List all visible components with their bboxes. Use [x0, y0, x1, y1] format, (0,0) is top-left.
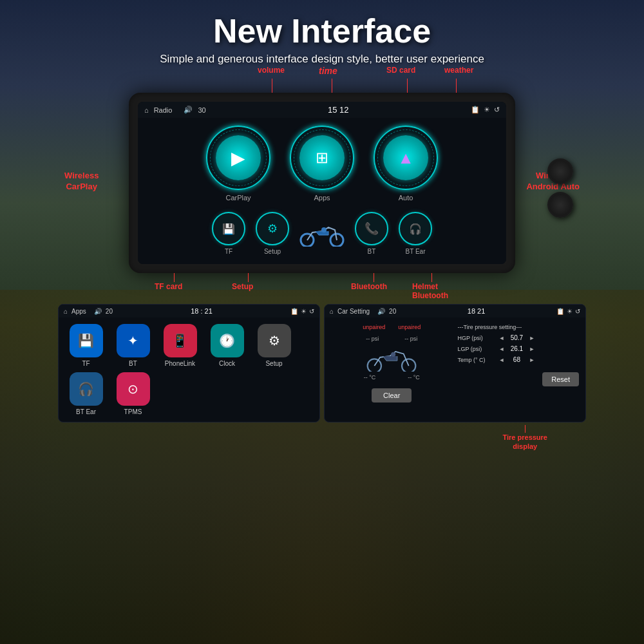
- small-buttons-row: 💾 TF ⚙ Setup: [151, 212, 493, 255]
- tpms-sensor-2: [547, 192, 573, 218]
- tf-icon: 💾: [222, 223, 235, 235]
- apps-panel-topbar: ⌂ Apps 🔊 20 18 : 21 📋 ☀ ↺: [59, 305, 319, 317]
- apps-button-wrap[interactable]: ⊞ Apps: [290, 126, 354, 202]
- bt-button-wrap[interactable]: 📞 BT: [355, 212, 388, 255]
- lgp-label: LGP (psi): [458, 346, 497, 352]
- car-setting-topbar: ⌂ Car Setting 🔊 20 18 21 📋 ☀ ↺: [325, 305, 585, 317]
- tf-label: TF: [225, 248, 232, 255]
- car-back-icon: ↺: [575, 308, 580, 315]
- volume-value: 30: [198, 106, 205, 114]
- app-tf-icon[interactable]: 💾: [70, 324, 103, 357]
- car-setting-right: ---Tire pressure setting--- HGP (psi) ◄ …: [458, 324, 580, 402]
- apps-panel: ⌂ Apps 🔊 20 18 : 21 📋 ☀ ↺ 💾: [58, 304, 320, 422]
- hgp-arrow-left[interactable]: ◄: [499, 335, 505, 341]
- app-clock[interactable]: 🕐 Clock: [206, 324, 248, 367]
- apps-panel-label: Apps: [71, 308, 86, 315]
- hgp-label: HGP (psi): [458, 335, 497, 341]
- bt-ear-icon: 🎧: [409, 223, 422, 235]
- tpms-sensor-1: [547, 158, 573, 184]
- temp-arrow-left[interactable]: ◄: [499, 357, 505, 363]
- topbar-right-icons: 📋 ☀ ↺: [471, 106, 500, 114]
- setup-circle[interactable]: ⚙: [256, 212, 289, 245]
- carplay-circle[interactable]: ▶: [206, 126, 270, 190]
- car-setting-content: unpaired unpaired -- psi -- psi: [331, 324, 579, 402]
- app-phonelink-label: PhoneLink: [165, 360, 195, 367]
- app-bt-ear-label: BT Ear: [76, 408, 96, 415]
- big-buttons-row: ▶ CarPlay ⊞: [151, 126, 493, 202]
- apps-bright-icon: ☀: [301, 308, 307, 315]
- reset-button[interactable]: Reset: [542, 372, 579, 386]
- bt-circle[interactable]: 📞: [355, 212, 388, 245]
- carplay-label: CarPlay: [225, 194, 251, 202]
- app-tpms[interactable]: ⊙ TPMS: [112, 372, 154, 415]
- app-tf[interactable]: 💾 TF: [65, 324, 107, 367]
- app-bt-icon[interactable]: ✦: [117, 324, 150, 357]
- car-time: 18 21: [468, 307, 486, 315]
- svg-point-5: [391, 352, 395, 357]
- auto-circle[interactable]: ▲: [374, 126, 438, 190]
- temp-arrow-right[interactable]: ►: [529, 357, 535, 363]
- car-home-icon: ⌂: [330, 308, 334, 315]
- app-bt-ear[interactable]: 🎧 BT Ear: [65, 372, 107, 415]
- setup-button-wrap[interactable]: ⚙ Setup: [256, 212, 289, 255]
- apps-panel-content: 💾 TF ✦ BT 📱: [59, 317, 319, 422]
- apps-label: Apps: [314, 194, 330, 202]
- volume-icon: 🔊: [184, 106, 193, 114]
- hgp-arrow-right[interactable]: ►: [529, 335, 535, 341]
- lgp-value: 26.1: [507, 345, 526, 352]
- car-setting-panel: ⌂ Car Setting 🔊 20 18 21 📋 ☀ ↺ unpaired: [324, 304, 586, 422]
- screen-topbar: ⌂ Radio 🔊 30 15 12 📋 ☀ ↺: [138, 102, 506, 118]
- time-annotation: time: [319, 66, 337, 76]
- main-title: New Interface: [160, 12, 484, 50]
- home-icon: ⌂: [144, 106, 149, 114]
- bt-ear-button-wrap[interactable]: 🎧 BT Ear: [399, 212, 432, 255]
- setup-annotation: Setup: [232, 282, 253, 291]
- app-clock-icon[interactable]: 🕐: [211, 324, 244, 357]
- motorcycle-icon: [299, 221, 345, 247]
- psi-right: -- psi: [404, 336, 417, 342]
- app-tpms-icon[interactable]: ⊙: [117, 372, 150, 406]
- app-phonelink-icon[interactable]: 📱: [164, 324, 197, 357]
- screen-main: ▶ CarPlay ⊞: [138, 118, 506, 264]
- auto-label: Auto: [399, 194, 413, 202]
- wireless-carplay-annotation: WirelessCarPlay: [64, 171, 99, 193]
- apps-circle[interactable]: ⊞: [290, 126, 354, 190]
- apps-time: 18 : 21: [191, 307, 213, 315]
- clear-button[interactable]: Clear: [372, 388, 412, 402]
- app-setup-label: Setup: [265, 360, 282, 367]
- back-icon: ↺: [494, 106, 500, 114]
- bt-ear-circle[interactable]: 🎧: [399, 212, 432, 245]
- carplay-button-wrap[interactable]: ▶ CarPlay: [206, 126, 270, 202]
- tf-button-wrap[interactable]: 💾 TF: [212, 212, 245, 255]
- hgp-value: 50.7: [507, 334, 526, 341]
- app-bt-label: BT: [129, 360, 137, 367]
- car-motorcycle-icon: [366, 346, 417, 372]
- setup-label: Setup: [264, 248, 281, 255]
- app-bt-ear-icon[interactable]: 🎧: [70, 372, 103, 406]
- app-setup[interactable]: ⚙ Setup: [253, 324, 295, 367]
- psi-left: -- psi: [366, 336, 379, 342]
- apps-vol-val: 20: [106, 308, 113, 315]
- device-wrapper: WirelessCarPlay WirelessAndroid Auto vol…: [58, 66, 586, 298]
- tire-pressure-annotation-wrap: Tire pressuredisplay: [58, 425, 586, 451]
- psi-row: -- psi -- psi: [366, 336, 417, 342]
- app-bt[interactable]: ✦ BT: [112, 324, 154, 367]
- auto-button-wrap[interactable]: ▲ Auto: [374, 126, 438, 202]
- volume-annotation: volume: [258, 66, 285, 75]
- lgp-arrow-left[interactable]: ◄: [499, 346, 505, 352]
- unpaired-left: unpaired: [363, 324, 385, 330]
- tf-circle[interactable]: 💾: [212, 212, 245, 245]
- header: New Interface Simple and generous interf…: [160, 0, 484, 66]
- temp-setting-row: Temp (° C) ◄ 68 ►: [458, 356, 580, 363]
- temp-right: -- °C: [408, 374, 420, 381]
- temp-setting-label: Temp (° C): [458, 357, 497, 363]
- lgp-row: LGP (psi) ◄ 26.1 ►: [458, 345, 580, 352]
- helmet-bluetooth-annotation: HelmetBluetooth: [412, 282, 448, 301]
- app-tpms-label: TPMS: [124, 408, 142, 415]
- lgp-arrow-right[interactable]: ►: [529, 346, 535, 352]
- svg-point-2: [321, 227, 327, 232]
- temp-left: -- °C: [364, 374, 376, 381]
- app-setup-icon[interactable]: ⚙: [258, 324, 291, 357]
- sd-icon: 📋: [471, 106, 480, 114]
- app-phonelink[interactable]: 📱 PhoneLink: [159, 324, 201, 367]
